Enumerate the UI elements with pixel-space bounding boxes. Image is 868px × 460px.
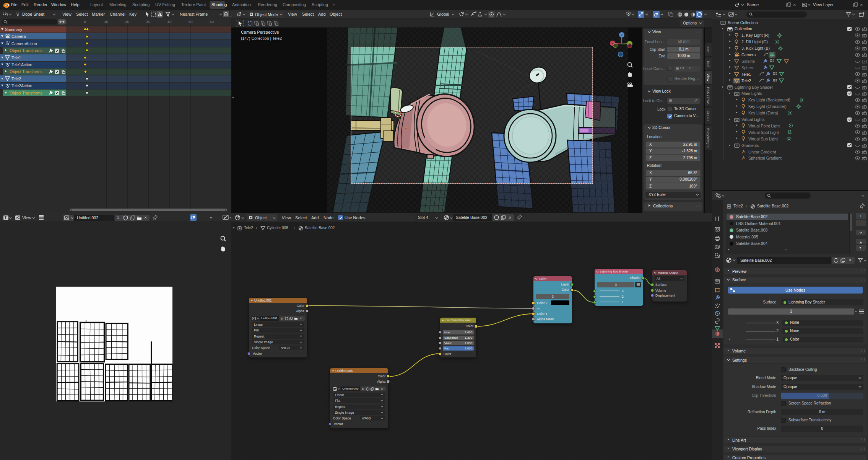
svg-text:Z: Z [621,33,623,37]
